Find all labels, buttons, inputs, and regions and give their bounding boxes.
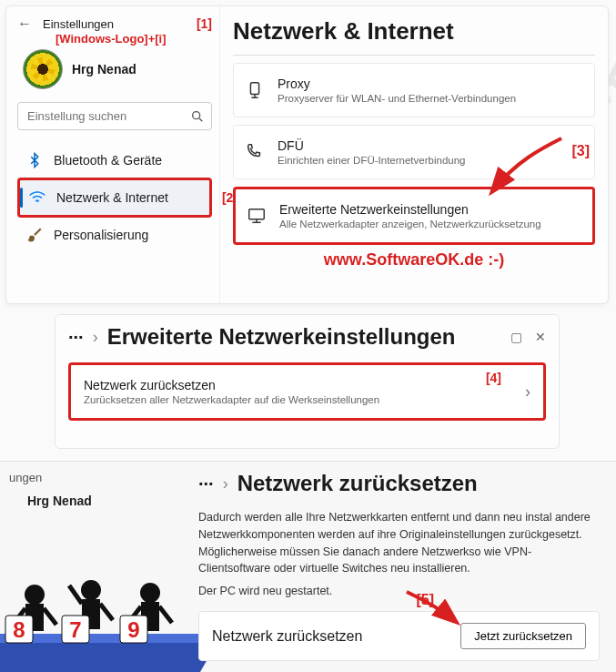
phone-icon	[245, 142, 265, 162]
setting-subtitle: Proxyserver für WLAN- und Ethernet-Verbi…	[278, 93, 516, 104]
chevron-right-icon: ›	[223, 474, 228, 494]
pc-icon	[247, 206, 267, 226]
sidebar-item-personalization[interactable]: Personalisierung	[17, 218, 212, 252]
sidebar: ← Einstellungen [1] [Windows-Logo]+[i] H…	[6, 6, 220, 303]
svg-point-12	[81, 580, 101, 600]
wifi-icon	[29, 189, 45, 206]
annotation-3: [3]	[571, 143, 590, 159]
back-icon[interactable]: ←	[17, 15, 32, 32]
settings-window-panel-2: ··· › Erweiterte Netzwerkeinstellungen ▢…	[55, 314, 560, 449]
setting-row-advanced[interactable]: Erweiterte Netzwerkeinstellungen Alle Ne…	[233, 187, 595, 245]
setting-subtitle: Einrichten einer DFÜ-Internetverbindung	[278, 155, 465, 166]
svg-line-15	[100, 604, 113, 620]
setting-row-proxy[interactable]: Proxy Proxyserver für WLAN- und Ethernet…	[233, 63, 595, 117]
setting-title: Proxy	[278, 76, 516, 91]
svg-line-14	[69, 585, 82, 604]
sidebar-item-label: Bluetooth & Geräte	[54, 153, 162, 168]
proxy-icon	[245, 80, 265, 100]
site-watermark-text: www.SoftwareOK.de :-)	[233, 250, 595, 270]
setting-subtitle: Alle Netzwerkadapter anzeigen, Netzwerkz…	[279, 219, 541, 229]
username: Hrg Nenad	[27, 494, 182, 508]
svg-line-11	[44, 608, 56, 625]
breadcrumb-dots[interactable]: ···	[198, 473, 214, 494]
setting-title: Erweiterte Netzwerkeinstellungen	[279, 202, 541, 217]
chevron-right-icon: ›	[525, 382, 530, 402]
judges-cartoon: 8 7 9	[0, 554, 218, 672]
maximize-icon[interactable]: ▢	[510, 330, 522, 344]
svg-text:8: 8	[13, 617, 25, 642]
settings-window-panel-3: ungen Hrg Nenad 8 7 9 ··· › Netzwerk zur…	[0, 461, 616, 672]
svg-rect-2	[250, 83, 258, 95]
annotation-4: [4]	[486, 371, 501, 385]
search-icon[interactable]	[190, 109, 205, 124]
action-row-reset: Netzwerk zurücksetzen Jetzt zurücksetzen	[198, 611, 600, 661]
svg-point-16	[140, 583, 160, 603]
settings-window-panel-1: ← Einstellungen [1] [Windows-Logo]+[i] H…	[5, 5, 609, 304]
page-title: Erweiterte Netzwerkeinstellungen	[107, 324, 456, 350]
page-title: Netzwerk zurücksetzen	[237, 471, 478, 496]
setting-subtitle: Zurücksetzen aller Netzwerkadapter auf d…	[84, 394, 379, 405]
body-text-restart: Der PC wird neu gestartet.	[198, 585, 600, 597]
setting-title: DFÜ	[278, 138, 465, 153]
svg-point-0	[193, 111, 200, 118]
svg-text:9: 9	[127, 617, 139, 642]
sidebar-item-label: Netzwerk & Internet	[56, 190, 168, 205]
sidebar-item-label: Personalisierung	[54, 228, 148, 242]
brush-icon	[26, 227, 43, 243]
separator	[233, 55, 595, 56]
sidebar-item-network[interactable]: Netzwerk & Internet	[17, 178, 212, 218]
svg-text:7: 7	[69, 617, 81, 642]
annotation-5: [5]	[416, 592, 434, 608]
bluetooth-icon	[26, 152, 43, 168]
svg-rect-5	[249, 209, 265, 219]
setting-title: Netzwerk zurücksetzen	[84, 378, 379, 392]
reset-now-button[interactable]: Jetzt zurücksetzen	[460, 623, 586, 649]
chevron-right-icon: ›	[93, 328, 98, 347]
panel3-main: ··· › Netzwerk zurücksetzen Dadurch werd…	[191, 462, 616, 672]
cut-text: ungen	[9, 471, 182, 484]
svg-line-19	[159, 606, 172, 623]
username: Hrg Nenad	[72, 62, 136, 76]
action-row-label: Netzwerk zurücksetzen	[212, 628, 362, 645]
svg-line-1	[199, 118, 202, 121]
main-content: Netzwerk & Internet Proxy Proxyserver fü…	[220, 6, 608, 303]
setting-row-dfu[interactable]: DFÜ Einrichten einer DFÜ-Internetverbind…	[233, 125, 595, 179]
body-text: Dadurch werden alle Ihre Netzwerkkarten …	[198, 509, 600, 577]
back-label[interactable]: Einstellungen	[43, 17, 114, 31]
page-title: Netzwerk & Internet	[233, 17, 595, 46]
sidebar-item-bluetooth[interactable]: Bluetooth & Geräte	[17, 143, 212, 178]
annotation-1: [1]	[197, 16, 212, 31]
breadcrumb-dots[interactable]: ···	[68, 327, 84, 348]
search-input[interactable]	[17, 102, 212, 130]
annotation-shortcut: [Windows-Logo]+[i]	[56, 32, 212, 46]
setting-row-network-reset[interactable]: Netzwerk zurücksetzen Zurücksetzen aller…	[68, 362, 546, 421]
close-icon[interactable]: ✕	[535, 330, 546, 344]
avatar[interactable]	[23, 49, 63, 89]
panel3-sidebar-fragment: ungen Hrg Nenad 8 7 9	[0, 462, 191, 672]
svg-point-8	[25, 585, 45, 605]
